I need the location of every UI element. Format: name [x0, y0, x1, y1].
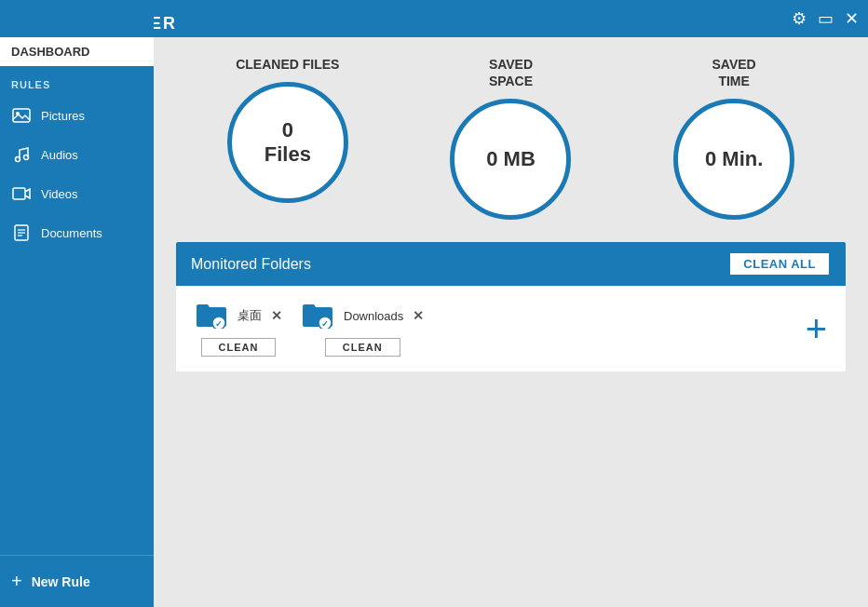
- sidebar-item-videos-label: Videos: [41, 187, 78, 201]
- monitored-header: Monitored Folders CLEAN ALL: [176, 242, 846, 286]
- sidebar-item-videos[interactable]: Videos: [0, 174, 154, 213]
- folder-desktop-name: 桌面: [237, 307, 262, 324]
- folder-desktop-icon-wrap: ✓: [195, 301, 230, 330]
- folder-downloads-icon: ✓: [301, 301, 334, 329]
- close-button[interactable]: ✕: [845, 10, 859, 27]
- new-rule-plus-icon: +: [11, 571, 22, 592]
- folder-downloads-name: Downloads: [344, 309, 403, 323]
- sidebar-dashboard-item[interactable]: DASHBOARD: [0, 37, 154, 66]
- svg-rect-4: [13, 188, 25, 199]
- window-controls: ⚙ ▭ ✕: [792, 10, 859, 27]
- monitored-body: ✓ 桌面 ✕ CLEAN ✓: [176, 286, 846, 371]
- folder-desktop-clean-button[interactable]: CLEAN: [201, 338, 277, 357]
- monitored-title: Monitored Folders: [191, 256, 311, 273]
- main-content: CLEANED FILES 0Files SAVEDSPACE 0 MB SAV…: [154, 37, 868, 607]
- folder-downloads-icon-wrap: ✓: [301, 301, 336, 330]
- stats-row: CLEANED FILES 0Files SAVEDSPACE 0 MB SAV…: [176, 56, 846, 220]
- new-rule-label: New Rule: [32, 574, 90, 589]
- folder-downloads-close-button[interactable]: ✕: [413, 308, 424, 323]
- svg-rect-0: [13, 109, 30, 122]
- documents-icon: [11, 223, 32, 243]
- folder-desktop-row: ✓ 桌面 ✕: [195, 301, 282, 330]
- sidebar-item-documents[interactable]: Documents: [0, 213, 154, 252]
- stat-saved-time: SAVEDTIME 0 Min.: [673, 56, 794, 220]
- svg-point-3: [24, 155, 29, 160]
- settings-button[interactable]: ⚙: [792, 10, 807, 27]
- add-folder-button[interactable]: +: [806, 310, 827, 347]
- sidebar-item-pictures[interactable]: Pictures: [0, 96, 154, 135]
- stat-cleaned-files-value: 0Files: [264, 118, 311, 168]
- stat-cleaned-files-circle: 0Files: [227, 82, 348, 203]
- folder-desktop-close-button[interactable]: ✕: [271, 308, 282, 323]
- folder-item-downloads: ✓ Downloads ✕ CLEAN: [301, 301, 424, 357]
- new-rule-button[interactable]: + New Rule: [0, 555, 154, 607]
- stat-saved-time-label: SAVEDTIME: [712, 56, 756, 89]
- minimize-button[interactable]: ▭: [818, 10, 834, 27]
- stat-saved-time-value: 0 Min.: [705, 147, 763, 171]
- stat-saved-time-circle: 0 Min.: [673, 99, 794, 220]
- stat-saved-space-value: 0 MB: [486, 147, 536, 171]
- sidebar: DASHBOARD RULES Pictures Audios: [0, 0, 154, 607]
- stat-saved-space-circle: 0 MB: [450, 99, 571, 220]
- stat-saved-space-label: SAVEDSPACE: [489, 56, 533, 89]
- folder-desktop-icon: ✓: [195, 301, 228, 329]
- stat-cleaned-files: CLEANED FILES 0Files: [227, 56, 348, 220]
- sidebar-rules-label: RULES: [0, 66, 154, 96]
- folder-item-desktop: ✓ 桌面 ✕ CLEAN: [195, 301, 282, 357]
- svg-point-2: [16, 157, 20, 162]
- sidebar-item-audios-label: Audios: [41, 148, 78, 162]
- svg-text:✓: ✓: [321, 319, 329, 329]
- folder-downloads-clean-button[interactable]: CLEAN: [325, 338, 400, 357]
- pictures-icon: [11, 105, 32, 126]
- folder-downloads-row: ✓ Downloads ✕: [301, 301, 424, 330]
- clean-all-button[interactable]: CLEAN ALL: [728, 251, 831, 277]
- stat-cleaned-files-label: CLEANED FILES: [236, 56, 339, 73]
- audios-icon: [11, 144, 32, 165]
- svg-text:✓: ✓: [215, 319, 223, 329]
- sidebar-item-documents-label: Documents: [41, 226, 102, 240]
- monitored-folders-section: Monitored Folders CLEAN ALL ✓ 桌面 ✕: [176, 242, 846, 371]
- stat-saved-space: SAVEDSPACE 0 MB: [450, 56, 571, 220]
- sidebar-item-audios[interactable]: Audios: [0, 135, 154, 174]
- videos-icon: [11, 183, 32, 204]
- sidebar-item-pictures-label: Pictures: [41, 109, 85, 123]
- sidebar-logo-area: [0, 0, 154, 37]
